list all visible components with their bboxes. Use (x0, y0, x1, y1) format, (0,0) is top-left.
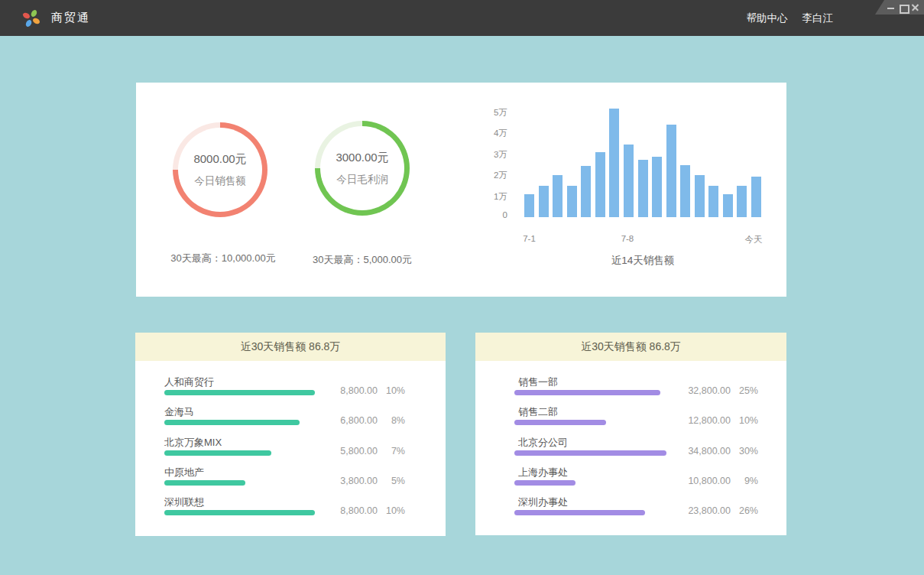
trend-bar (695, 175, 705, 217)
ranking-row-name: 深圳联想 (164, 495, 204, 509)
customer-ranking-list: 人和商贸行 8,800.00 10% 金海马 6,800.00 8% 北京万象M… (135, 361, 446, 525)
window-controls (875, 0, 924, 15)
ranking-row-amount: 5,800.00 (340, 446, 378, 456)
ranking-row-name: 北京万象MIX (164, 436, 222, 450)
department-ranking-card: 近30天销售额 86.8万 销售一部 32,800.00 25% 销售二部 12… (475, 333, 786, 535)
titlebar: 商贸通 帮助中心 李白江 (0, 0, 924, 36)
trend-bar (751, 177, 761, 217)
maximize-icon[interactable] (900, 4, 905, 11)
trend-x-tick: 今天 (737, 234, 770, 245)
ranking-row-amount: 8,800.00 (340, 385, 378, 396)
trend-bar (595, 152, 605, 217)
ranking-row-amount: 12,800.00 (688, 415, 731, 426)
ranking-row: 深圳联想 8,800.00 10% (164, 495, 405, 525)
help-center-link[interactable]: 帮助中心 (747, 11, 788, 25)
ranking-row-bar (164, 510, 315, 515)
trend-bar (553, 175, 563, 217)
ranking-row-bar (164, 390, 315, 395)
ranking-row-value: 6,800.00 8% (340, 415, 405, 426)
pinwheel-logo-icon (21, 8, 41, 28)
app-title: 商贸通 (51, 11, 90, 25)
today-sales-value: 8000.00元 (193, 152, 246, 167)
ranking-row-name: 中原地产 (164, 466, 204, 479)
ranking-row-bar (514, 480, 575, 486)
ranking-row-name: 金海马 (164, 405, 194, 419)
ranking-row-value: 23,800.00 26% (688, 505, 758, 516)
ranking-row: 销售二部 12,800.00 10% (514, 405, 758, 435)
ranking-row-value: 34,800.00 30% (688, 446, 758, 456)
ranking-row-percent: 5% (378, 476, 405, 486)
ranking-row-name: 深圳办事处 (518, 495, 568, 509)
ranking-row-value: 3,800.00 5% (340, 476, 405, 486)
department-ranking-list: 销售一部 32,800.00 25% 销售二部 12,800.00 10% 北京… (475, 361, 786, 525)
ranking-row-value: 8,800.00 10% (340, 385, 405, 396)
trend-bar (567, 186, 577, 217)
trend-bar-chart (524, 106, 761, 217)
trend-y-tick: 1万 (474, 191, 507, 203)
ranking-row-amount: 3,800.00 (340, 476, 378, 486)
minimize-icon[interactable] (887, 4, 893, 11)
trend-bar (624, 145, 634, 217)
trend-x-axis: 7-17-8今天 (524, 234, 761, 245)
trend-bar (723, 194, 733, 217)
today-sales-label: 今日销售额 (194, 174, 246, 188)
ranking-row-value: 10,800.00 9% (688, 476, 758, 486)
ranking-row-amount: 32,800.00 (688, 385, 731, 396)
trend-y-tick: 0 (474, 210, 507, 219)
ranking-row-value: 32,800.00 25% (688, 385, 758, 396)
ranking-row: 深圳办事处 23,800.00 26% (514, 495, 758, 525)
ranking-row-percent: 25% (731, 385, 758, 396)
ranking-row-name: 北京分公司 (518, 436, 568, 450)
today-profit-label: 今日毛利润 (336, 173, 388, 187)
today-profit-gauge: 3000.00元 今日毛利润 (315, 121, 410, 216)
trend-bar (581, 166, 591, 217)
ranking-row-name: 人和商贸行 (164, 375, 214, 389)
ranking-row-name: 销售一部 (518, 375, 558, 389)
trend-bar (638, 160, 648, 217)
ranking-row-bar (164, 420, 300, 425)
ranking-row-bar (514, 450, 666, 456)
ranking-row-bar (514, 390, 660, 395)
ranking-row-name: 上海办事处 (518, 466, 568, 479)
today-sales-gauge: 8000.00元 今日销售额 (173, 122, 267, 217)
ranking-row-bar (514, 420, 606, 425)
ranking-row: 北京万象MIX 5,800.00 7% (164, 436, 405, 466)
ranking-row-bar (514, 510, 645, 515)
today-overview-card: 8000.00元 今日销售额 30天最高：10,000.00元 3000.00元… (136, 83, 786, 297)
ranking-row-percent: 7% (378, 446, 405, 456)
ranking-row-value: 5,800.00 7% (340, 446, 405, 456)
ranking-row-percent: 26% (731, 505, 758, 516)
trend-x-tick: 7-1 (513, 234, 546, 243)
ranking-row-amount: 23,800.00 (688, 505, 731, 516)
ranking-row: 北京分公司 34,800.00 30% (514, 436, 758, 466)
trend-y-tick: 5万 (474, 107, 507, 119)
trend-chart-title: 近14天销售额 (524, 254, 761, 268)
ranking-row-percent: 8% (378, 415, 405, 426)
customer-ranking-card: 近30天销售额 86.8万 人和商贸行 8,800.00 10% 金海马 6,8… (135, 333, 446, 536)
trend-bar (609, 109, 619, 217)
ranking-row-bar (164, 480, 245, 486)
ranking-row: 金海马 6,800.00 8% (164, 405, 405, 435)
ranking-row-amount: 8,800.00 (340, 505, 378, 516)
customer-ranking-title: 近30天销售额 86.8万 (135, 333, 446, 361)
ranking-row: 上海办事处 10,800.00 9% (514, 466, 758, 495)
current-user-link[interactable]: 李白江 (802, 11, 834, 25)
today-profit-value: 3000.00元 (336, 151, 388, 165)
trend-y-tick: 4万 (474, 128, 507, 139)
ranking-row-percent: 30% (731, 446, 758, 456)
ranking-row-value: 8,800.00 10% (340, 505, 405, 516)
close-icon[interactable] (912, 4, 917, 11)
department-ranking-title: 近30天销售额 86.8万 (475, 333, 786, 361)
trend-x-tick: 7-8 (611, 234, 644, 243)
trend-bar (524, 194, 534, 217)
ranking-row-percent: 10% (378, 505, 405, 516)
trend-bar (652, 157, 662, 217)
ranking-row-percent: 10% (378, 385, 405, 396)
trend-bar (539, 186, 549, 217)
ranking-row: 销售一部 32,800.00 25% (514, 375, 758, 405)
ranking-row-percent: 10% (731, 415, 758, 426)
ranking-row: 人和商贸行 8,800.00 10% (164, 375, 405, 405)
trend-bar (666, 125, 676, 217)
ranking-row-percent: 9% (731, 476, 758, 486)
ranking-row-amount: 6,800.00 (340, 415, 378, 426)
